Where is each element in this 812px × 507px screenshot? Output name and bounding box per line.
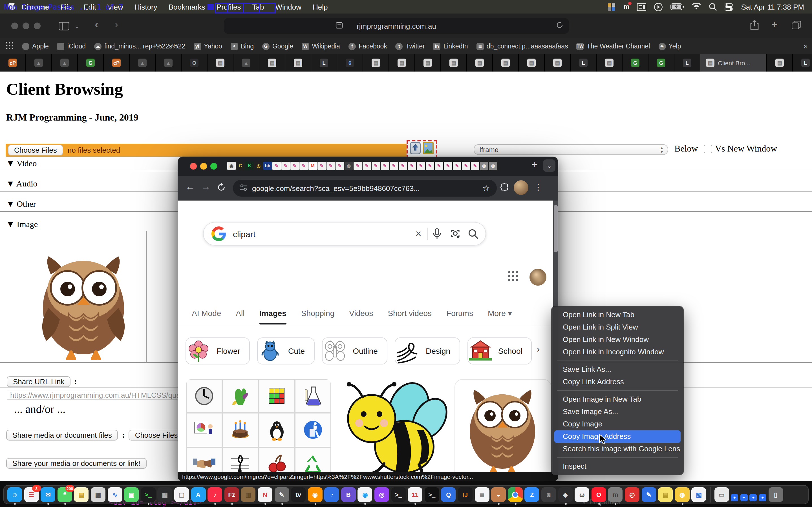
section-image[interactable]: ▼ Image [6, 220, 38, 229]
paint-tab-favicon[interactable]: ✎ [336, 162, 344, 170]
dock-mini-window-3[interactable]: ✦ [750, 494, 757, 501]
browser-tab[interactable]: ▤ [363, 54, 389, 71]
paint-tab-favicon[interactable]: ✎ [426, 162, 434, 170]
britbox-tab-favicon[interactable]: bb [263, 162, 272, 170]
choose-files-button[interactable]: Choose Files [8, 145, 63, 156]
dock-app-store[interactable]: A [191, 487, 206, 502]
paint-tab-favicon[interactable]: ✎ [444, 162, 452, 170]
display-mode-select[interactable]: Iframe ▲▼ [474, 144, 668, 155]
google-tab-more-[interactable]: More ▾ [488, 309, 512, 325]
dock-photos[interactable]: ▧ [692, 487, 706, 502]
dock-calendar[interactable]: 11 [408, 487, 423, 502]
dock-contacts[interactable]: ▥ [241, 487, 256, 502]
cgold-tab-favicon[interactable]: ◎ [254, 162, 263, 170]
section-video[interactable]: ▼ Video [6, 159, 37, 168]
browser-tab[interactable]: L [793, 54, 812, 71]
owl-clipart-image[interactable] [34, 240, 133, 362]
bookmark-facebook[interactable]: fFacebook [349, 43, 387, 50]
reload-icon[interactable] [556, 21, 563, 31]
play-circle-icon[interactable] [654, 3, 663, 11]
browser-tab[interactable]: ▤ [441, 54, 467, 71]
dock-chrome[interactable] [508, 487, 523, 502]
google-tab-videos[interactable]: Videos [349, 309, 373, 325]
dock-messages[interactable]: ❝208 [57, 487, 72, 502]
spotlight-icon[interactable] [709, 3, 717, 11]
dock-mini-window-4[interactable]: ✦ [759, 494, 766, 501]
dock-facetime[interactable]: ▣ [124, 487, 139, 502]
browser-tab[interactable]: ▤ [285, 54, 311, 71]
mimestream-icon[interactable]: m [623, 3, 629, 11]
popup-menu-kebab-icon[interactable]: ⋮ [534, 182, 543, 192]
window-close-button[interactable] [11, 22, 18, 29]
forward-button[interactable]: › [114, 18, 118, 31]
sidebar-chevron-icon[interactable]: ⌄ [74, 20, 80, 32]
context-menu-item-save-image-as-[interactable]: Save Image As... [552, 406, 683, 418]
popup-close-button[interactable] [190, 163, 197, 170]
share-files-button[interactable]: Share media or document files [6, 430, 118, 441]
browser-tab[interactable]: L [311, 54, 337, 71]
back-button[interactable]: ‹ [95, 18, 98, 31]
dock-calculator[interactable]: ▦ [158, 487, 172, 502]
tab-overview-icon[interactable] [792, 20, 801, 32]
camc-tab-favicon[interactable]: C [236, 162, 245, 170]
bookmark-yelp[interactable]: ✳Yelp [658, 43, 681, 50]
browser-tab[interactable]: L [674, 54, 700, 71]
paint-tab-favicon[interactable]: ✎ [417, 162, 425, 170]
dock-art-set[interactable]: ◒ [491, 487, 506, 502]
context-menu-item-copy-link-address[interactable]: Copy Link Address [552, 376, 683, 388]
sidebar-toggle-icon[interactable] [59, 21, 69, 33]
section-audio[interactable]: ▼ Audio [6, 179, 38, 189]
paint-tab-favicon[interactable]: ✎ [354, 162, 362, 170]
popup-zoom-button[interactable] [210, 163, 217, 170]
bookmark-apple[interactable]: Apple [22, 43, 49, 50]
dock-notes[interactable]: ▤ [74, 487, 89, 502]
popup-address-bar[interactable]: google.com/search?sca_esv=5e9bb948607cc7… [233, 180, 497, 196]
browser-tab[interactable]: ▤ [493, 54, 519, 71]
browser-tab[interactable]: G [78, 54, 104, 71]
bookmark-icloud[interactable]: iCloud [57, 43, 86, 50]
bookmark-the-weather-channel[interactable]: TWThe Weather Channel [576, 43, 650, 50]
window-list-icon[interactable] [637, 3, 646, 10]
section-other[interactable]: ▼ Other [6, 200, 36, 209]
globe2-tab-favicon[interactable]: ◍ [480, 162, 488, 170]
browser-tab[interactable]: ▤ [467, 54, 493, 71]
paint-tab-favicon[interactable]: ✎ [282, 162, 290, 170]
menu-clock[interactable]: Sat Apr 11 7:38 PM [741, 3, 804, 11]
paint-tab-favicon[interactable]: ✎ [317, 162, 326, 170]
bookmark-grid-icon[interactable] [6, 42, 13, 51]
chips-scroll-arrow[interactable]: › [537, 344, 540, 354]
bookmark-linkedin[interactable]: inLinkedIn [434, 43, 468, 50]
bookmark-wikipedia[interactable]: WWikipedia [302, 43, 340, 50]
paint-tab-favicon[interactable]: ✎ [462, 162, 470, 170]
result-image-wikipedia[interactable] [186, 379, 331, 472]
popup-reload-icon[interactable] [217, 183, 225, 194]
browser-tab[interactable]: ▤ [415, 54, 441, 71]
google-tab-ai-mode[interactable]: AI Mode [192, 309, 221, 325]
bookmark-google[interactable]: GGoogle [262, 43, 293, 50]
paint-tab-favicon[interactable]: ✎ [363, 162, 371, 170]
bookmark-bing[interactable]: ⌕Bing [231, 43, 254, 50]
paint-tab-favicon[interactable]: ✎ [299, 162, 308, 170]
context-menu-item-save-link-as-[interactable]: Save Link As... [552, 363, 683, 376]
dock-opera[interactable]: O [592, 487, 606, 502]
browser-tab[interactable]: G [649, 54, 674, 71]
dock-bulb-app[interactable]: ◍ [675, 487, 690, 502]
browser-tab[interactable]: ▤ [545, 54, 571, 71]
paint-tab-favicon[interactable]: ✎ [272, 162, 281, 170]
dock-terminal[interactable]: >_ [141, 487, 156, 502]
context-menu-item-open-link-in-new-tab[interactable]: Open Link in New Tab [552, 309, 683, 321]
gmail-tab-favicon[interactable]: M [308, 162, 317, 170]
dock-firefox[interactable]: ◉ [308, 487, 322, 502]
dock-finder[interactable]: ☺ [7, 487, 22, 502]
dock-minimized-window[interactable]: ▭ [714, 487, 729, 502]
paint-tab-favicon[interactable]: ✎ [390, 162, 398, 170]
dock-terminal-3[interactable]: >_ [424, 487, 439, 502]
globe2-tab-favicon[interactable]: ◍ [489, 162, 497, 170]
dock-safari[interactable]: ◉ [358, 487, 372, 502]
dock-filezilla[interactable]: Fz [224, 487, 239, 502]
popup-scrollbar-thumb[interactable] [554, 205, 558, 252]
menu-item-help[interactable]: Help [307, 3, 334, 11]
popup-tab-search-button[interactable]: ⌄ [543, 159, 555, 172]
bookmark-star-icon[interactable]: ☆ [483, 183, 490, 193]
dock-quicktime[interactable]: Q [441, 487, 456, 502]
